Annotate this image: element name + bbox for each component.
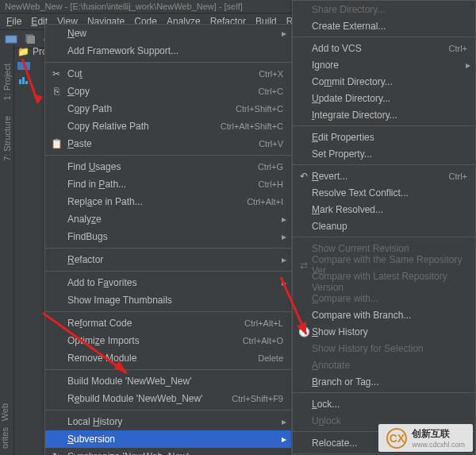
- menu-remove-module[interactable]: Remove ModuleDelete: [45, 349, 291, 367]
- sync-icon: ↻: [50, 450, 63, 455]
- separator: [293, 37, 475, 37]
- svg-rect-0: [6, 36, 17, 43]
- menu-copy[interactable]: ⎘CopyCtrl+C: [45, 83, 291, 100]
- separator: [293, 125, 475, 126]
- chart-icon[interactable]: [17, 75, 30, 86]
- watermark-sub: www.cdcxhl.com: [412, 441, 465, 449]
- menu-refactor[interactable]: Refactor▸: [45, 251, 291, 268]
- history-icon: 🕘: [298, 326, 310, 338]
- separator: [45, 155, 291, 156]
- submenu-cleanup[interactable]: Cleanup: [293, 218, 475, 234]
- menu-synchronize[interactable]: ↻Synchronize 'NewWeb_New': [45, 448, 291, 455]
- menu-optimize-imports[interactable]: Optimize ImportsCtrl+Alt+O: [45, 332, 291, 349]
- separator: [293, 237, 475, 237]
- separator: [293, 164, 475, 165]
- menu-replace-in-path[interactable]: Replace in Path...Ctrl+Alt+I: [45, 193, 291, 210]
- menu-paste[interactable]: 📋PasteCtrl+V: [45, 135, 291, 152]
- menu-find-in-path[interactable]: Find in Path...Ctrl+H: [45, 175, 291, 193]
- submenu-compare-with: Compare with...: [293, 290, 475, 307]
- revert-icon: ↶: [298, 170, 310, 183]
- save-all-icon[interactable]: [24, 33, 36, 45]
- submenu-compare-branch[interactable]: Compare with Branch...: [293, 307, 475, 323]
- submenu-share-directory: Share Directory...: [293, 1, 475, 17]
- left-gutter-bottom: Web orites: [0, 403, 14, 455]
- submenu-create-external[interactable]: Create External...: [293, 17, 475, 34]
- menu-subversion[interactable]: Subversion▸: [45, 430, 291, 448]
- menu-add-framework[interactable]: Add Framework Support...: [45, 42, 291, 60]
- submenu-compare-latest-repo: Compare with Latest Repository Version: [293, 273, 475, 290]
- submenu-set-prop[interactable]: Set Property...: [293, 145, 475, 162]
- menu-reformat-code[interactable]: Reformat CodeCtrl+Alt+L: [45, 314, 291, 332]
- menu-copy-relative-path[interactable]: Copy Relative PathCtrl+Alt+Shift+C: [45, 118, 291, 135]
- submenu-annotate: Annotate: [293, 357, 475, 373]
- separator: [45, 410, 291, 411]
- separator: [45, 311, 291, 312]
- menu-find-usages[interactable]: Find UsagesCtrl+G: [45, 158, 291, 175]
- watermark: CX 创新互联 www.cdcxhl.com: [378, 424, 473, 452]
- submenu-resolve-conflict[interactable]: Resolve Text Conflict...: [293, 184, 475, 201]
- open-icon[interactable]: [5, 33, 17, 45]
- menu-add-favorites[interactable]: Add to Favorites▸: [45, 274, 291, 291]
- sidebar-tab-project[interactable]: 1: Project: [2, 64, 12, 100]
- submenu-branch-or-tag[interactable]: Branch or Tag...: [293, 373, 475, 390]
- menu-build-module[interactable]: Build Module 'NewWeb_New': [45, 372, 291, 390]
- menu-new[interactable]: New▸: [45, 25, 291, 42]
- context-menu: New▸ Add Framework Support... ✂CutCtrl+X…: [44, 24, 292, 455]
- cut-icon: ✂: [50, 67, 63, 80]
- svg-rect-3: [17, 62, 30, 70]
- menu-cut[interactable]: ✂CutCtrl+X: [45, 65, 291, 83]
- left-gutter: 1: Project 7: Structure: [0, 44, 14, 455]
- menu-local-history[interactable]: Local History▸: [45, 413, 291, 430]
- separator: [45, 369, 291, 370]
- sidebar-tab-structure[interactable]: 7: Structure: [2, 116, 12, 161]
- paste-icon: 📋: [50, 137, 63, 150]
- copy-icon: ⎘: [50, 85, 63, 98]
- menu-show-thumbnails[interactable]: Show Image Thumbnails: [45, 291, 291, 309]
- menu-findbugs[interactable]: FindBugs▸: [45, 228, 291, 245]
- submenu-add-vcs[interactable]: Add to VCSCtrl+: [293, 40, 475, 56]
- menu-file[interactable]: File: [2, 13, 26, 29]
- menu-rebuild-module[interactable]: Rebuild Module 'NewWeb_New'Ctrl+Shift+F9: [45, 390, 291, 407]
- menu-analyze-sub[interactable]: Analyze▸: [45, 210, 291, 228]
- separator: [45, 62, 291, 63]
- separator: [45, 271, 291, 272]
- submenu-revert[interactable]: ↶Revert...Ctrl+: [293, 168, 475, 184]
- separator: [293, 453, 475, 454]
- submenu-lock[interactable]: Lock...: [293, 395, 475, 412]
- subversion-submenu: Share Directory... Create External... Ad…: [292, 0, 476, 455]
- svg-rect-4: [19, 79, 21, 84]
- submenu-ignore[interactable]: Ignore▸: [293, 56, 475, 73]
- submenu-integrate-dir[interactable]: Integrate Directory...: [293, 106, 475, 123]
- folder-icon: 📁: [17, 46, 29, 57]
- submenu-mark-resolved[interactable]: Mark Resolved...: [293, 201, 475, 218]
- submenu-show-history-sel: Show History for Selection: [293, 340, 475, 357]
- watermark-text: 创新互联: [412, 427, 465, 441]
- svg-rect-5: [22, 77, 25, 84]
- watermark-icon: CX: [386, 428, 407, 449]
- submenu-edit-props[interactable]: Edit Properties: [293, 129, 475, 145]
- separator: [45, 248, 291, 249]
- menu-copy-path[interactable]: Copy PathCtrl+Shift+C: [45, 100, 291, 118]
- submenu-show-history[interactable]: 🕘Show History: [293, 323, 475, 340]
- submenu-commit-dir[interactable]: Commit Directory...: [293, 73, 475, 90]
- svg-rect-2: [27, 36, 35, 44]
- separator: [293, 392, 475, 393]
- compare-icon: ⇄: [298, 259, 310, 272]
- submenu-update-dir[interactable]: Update Directory...: [293, 90, 475, 106]
- sidebar-tab-web[interactable]: Web: [0, 403, 10, 421]
- module-icon[interactable]: [17, 60, 30, 71]
- sidebar-tab-favorites[interactable]: orites: [0, 427, 10, 449]
- svg-rect-6: [25, 81, 28, 84]
